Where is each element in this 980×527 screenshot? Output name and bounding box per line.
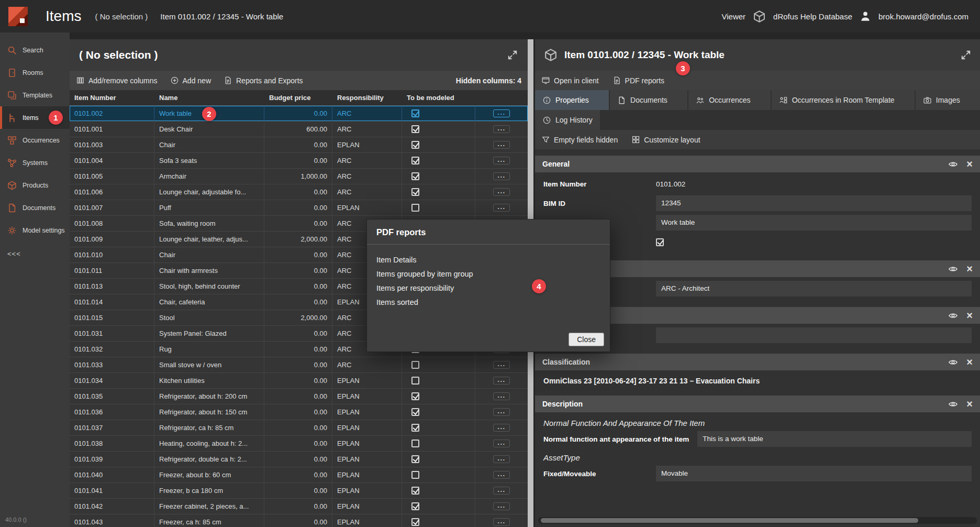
customize-layout-button[interactable]: Customize layout: [631, 135, 700, 144]
table-row[interactable]: 0101.041Freezer, b ca 180 cm0.00EPLAN...: [70, 483, 528, 499]
table-row[interactable]: 0101.007Puff0.00EPLAN...: [70, 200, 528, 216]
sidebar-item-occurrences[interactable]: Occurrences: [0, 129, 70, 151]
field-value[interactable]: Work table: [656, 215, 972, 230]
to-be-modeled-checkbox[interactable]: [411, 141, 419, 149]
sidebar-item-search[interactable]: Search: [0, 39, 70, 61]
close-section-icon[interactable]: ×: [966, 264, 973, 274]
expand-panel-icon[interactable]: [960, 49, 972, 61]
sidebar-item-systems[interactable]: Systems: [0, 151, 70, 174]
detail-horizontal-scrollbar[interactable]: [538, 517, 977, 524]
field-value[interactable]: 12345: [656, 195, 972, 211]
pdf-report-item[interactable]: Items per responsibility: [376, 281, 600, 295]
eye-icon[interactable]: [948, 264, 958, 274]
to-be-modeled-checkbox[interactable]: [411, 157, 419, 164]
to-be-modeled-checkbox[interactable]: [411, 125, 419, 133]
row-actions-button[interactable]: ...: [493, 188, 509, 196]
table-row[interactable]: 0101.003Chair0.00EPLAN...: [70, 137, 528, 153]
pdf-report-item[interactable]: Item Details: [376, 253, 600, 267]
field-checkbox[interactable]: [656, 238, 664, 246]
add-new-button[interactable]: Add new: [170, 76, 211, 85]
tab-documents[interactable]: Documents: [610, 90, 687, 110]
table-row[interactable]: 0101.039Refrigerator, double ca h: 2...0…: [70, 452, 528, 467]
drofus-logo-icon[interactable]: [8, 7, 28, 26]
table-row[interactable]: 0101.001Desk Chair600.00ARC...: [70, 122, 528, 137]
database-cube-icon[interactable]: [752, 9, 766, 24]
table-row[interactable]: 0101.002Work table0.00ARC...: [70, 106, 528, 122]
to-be-modeled-checkbox[interactable]: [411, 455, 419, 463]
reports-and-exports-button[interactable]: Reports and Exports: [224, 76, 303, 85]
user-avatar-icon[interactable]: [859, 10, 872, 23]
to-be-modeled-checkbox[interactable]: [411, 471, 419, 479]
table-row[interactable]: 0101.042Freezer cabinet, 2 pieces, a...0…: [70, 499, 528, 514]
tab-log-history[interactable]: Log History: [535, 110, 600, 130]
table-row[interactable]: 0101.040Freezer, about b: 60 cm0.00EPLAN…: [70, 467, 528, 483]
eye-icon[interactable]: [948, 399, 958, 409]
user-email[interactable]: brok.howard@drofus.com: [878, 12, 968, 21]
tab-occurrences[interactable]: Occurrences: [688, 90, 771, 110]
column-header-budget-price[interactable]: Budget price: [264, 94, 332, 102]
open-in-client-button[interactable]: Open in client: [541, 76, 599, 85]
to-be-modeled-checkbox[interactable]: [411, 392, 419, 400]
row-actions-button[interactable]: ...: [493, 157, 509, 164]
pdf-report-item[interactable]: Items sorted: [376, 295, 600, 310]
empty-fields-hidden-button[interactable]: Empty fields hidden: [541, 135, 618, 144]
field-value[interactable]: Movable: [656, 466, 972, 481]
eye-icon[interactable]: [948, 311, 958, 321]
to-be-modeled-checkbox[interactable]: [411, 487, 419, 495]
to-be-modeled-checkbox[interactable]: [411, 408, 419, 416]
close-section-icon[interactable]: ×: [966, 357, 973, 367]
sidebar-item-documents[interactable]: Documents: [0, 196, 70, 219]
row-actions-button[interactable]: ...: [493, 424, 509, 432]
database-name[interactable]: dRofus Help Database: [773, 12, 852, 21]
row-actions-button[interactable]: ...: [493, 204, 509, 212]
row-actions-button[interactable]: ...: [493, 502, 509, 510]
sidebar-item-products[interactable]: Products: [0, 174, 70, 196]
table-row[interactable]: 0101.034Kitchen utilities0.00EPLAN...: [70, 373, 528, 389]
table-row[interactable]: 0101.038Heating, cooling, about h: 2...0…: [70, 436, 528, 452]
column-header-name[interactable]: Name: [154, 94, 264, 102]
close-section-icon[interactable]: ×: [966, 399, 973, 409]
close-section-icon[interactable]: ×: [966, 310, 973, 321]
to-be-modeled-checkbox[interactable]: [411, 109, 419, 117]
field-value[interactable]: ARC - Architect: [656, 281, 972, 297]
to-be-modeled-checkbox[interactable]: [411, 172, 419, 180]
to-be-modeled-checkbox[interactable]: [411, 361, 419, 369]
row-actions-button[interactable]: ...: [493, 440, 509, 447]
to-be-modeled-checkbox[interactable]: [411, 502, 419, 510]
row-actions-button[interactable]: ...: [493, 518, 509, 526]
pdf-report-item[interactable]: Items grouped by item group: [376, 267, 600, 281]
row-actions-button[interactable]: ...: [493, 377, 509, 385]
tab-images[interactable]: Images: [916, 90, 980, 110]
to-be-modeled-checkbox[interactable]: [411, 204, 419, 212]
row-actions-button[interactable]: ...: [493, 125, 509, 133]
column-header-item-number[interactable]: Item Number: [70, 94, 154, 102]
dialog-close-button[interactable]: Close: [569, 333, 604, 346]
row-actions-button[interactable]: ...: [493, 487, 509, 495]
table-row[interactable]: 0101.035Refrigerator, about h: 200 cm0.0…: [70, 389, 528, 404]
row-actions-button[interactable]: ...: [493, 455, 509, 463]
column-header-responsibility[interactable]: Responsibility: [332, 94, 402, 102]
add-remove-columns-button[interactable]: Add/remove columns: [76, 76, 158, 85]
table-row[interactable]: 0101.036Refrigerator, about h: 150 cm0.0…: [70, 404, 528, 420]
table-row[interactable]: 0101.006Lounge chair, adjustable fo...0.…: [70, 184, 528, 200]
table-row[interactable]: 0101.033Small stove w / oven0.00ARC...: [70, 357, 528, 373]
scrollbar-thumb[interactable]: [541, 518, 918, 523]
row-actions-button[interactable]: ...: [493, 408, 509, 416]
tab-occurrences-in-room-template[interactable]: Occurrences in Room Template: [772, 90, 915, 110]
column-header-to-be-modeled[interactable]: To be modeled: [402, 94, 475, 102]
table-row[interactable]: 0101.043Freezer, ca h: 85 cm0.00EPLAN...: [70, 514, 528, 527]
table-row[interactable]: 0101.037Refrigerator, ca h: 85 cm0.00EPL…: [70, 420, 528, 436]
sidebar-item-rooms[interactable]: Rooms: [0, 61, 70, 84]
row-actions-button[interactable]: ...: [493, 471, 509, 479]
to-be-modeled-checkbox[interactable]: [411, 518, 419, 526]
expand-panel-icon[interactable]: [507, 49, 518, 61]
row-actions-button[interactable]: ...: [493, 109, 509, 117]
row-actions-button[interactable]: ...: [493, 361, 509, 369]
sidebar-item-templates[interactable]: Templates: [0, 84, 70, 106]
to-be-modeled-checkbox[interactable]: [411, 377, 419, 385]
field-value[interactable]: This is a work table: [697, 431, 972, 447]
sidebar-collapse-button[interactable]: <<<: [0, 241, 70, 258]
field-value[interactable]: [656, 327, 972, 343]
eye-icon[interactable]: [948, 357, 958, 367]
row-actions-button[interactable]: ...: [493, 141, 509, 149]
